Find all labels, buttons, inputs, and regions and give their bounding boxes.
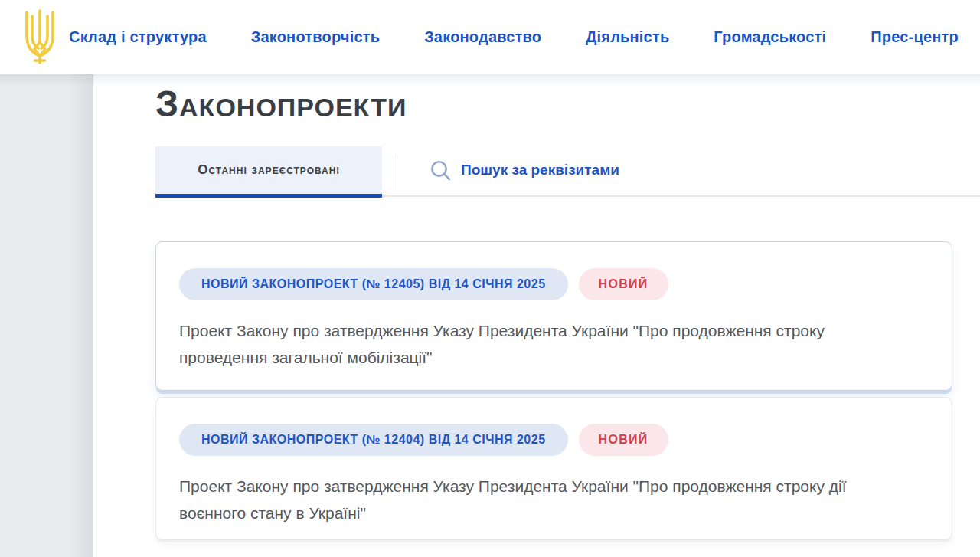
bill-tag-badge: НОВИЙ ЗАКОНОПРОЕКТ (№ 12405) ВІД 14 СІЧН…	[179, 268, 568, 300]
bill-card-12404[interactable]: НОВИЙ ЗАКОНОПРОЕКТ (№ 12404) ВІД 14 СІЧН…	[155, 397, 952, 540]
bill-tag-badge: НОВИЙ ЗАКОНОПРОЕКТ (№ 12404) ВІД 14 СІЧН…	[179, 424, 568, 456]
tab-latest-registered-label: Останні зареєстровані	[198, 162, 340, 178]
left-rail	[0, 74, 93, 557]
bill-title-line: Проект Закону про затвердження Указу Пре…	[179, 317, 929, 344]
bill-title-line: воєнного стану в Україні"	[179, 500, 929, 526]
tab-search-by-details-label: Пошук за реквізитами	[461, 162, 619, 179]
main-menu: Склад і структура Законотворчість Законо…	[69, 0, 959, 74]
page-viewport: Склад і структура Законотворчість Законо…	[0, 0, 980, 557]
tryzub-icon	[21, 8, 58, 67]
bill-title-line: проведення загальної мобілізації"	[179, 344, 929, 371]
nav-zakonodavstvo[interactable]: Законодавство	[424, 28, 541, 46]
tab-divider	[394, 155, 394, 190]
badge-row: НОВИЙ ЗАКОНОПРОЕКТ (№ 12404) ВІД 14 СІЧН…	[179, 424, 929, 456]
bill-status-badge: НОВИЙ	[579, 268, 668, 300]
top-navigation-bar: Склад і структура Законотворчість Законо…	[0, 0, 980, 74]
nav-sklad-i-struktura[interactable]: Склад і структура	[69, 28, 207, 46]
nav-diyalnist[interactable]: Діяльність	[586, 28, 669, 46]
badge-row: НОВИЙ ЗАКОНОПРОЕКТ (№ 12405) ВІД 14 СІЧН…	[179, 268, 929, 300]
search-icon	[430, 160, 451, 181]
bill-list: НОВИЙ ЗАКОНОПРОЕКТ (№ 12405) ВІД 14 СІЧН…	[155, 241, 952, 540]
main-content: Законопроекти Останні зареєстровані Пошу…	[95, 74, 980, 557]
bill-status-badge: НОВИЙ	[579, 424, 668, 456]
tab-search-by-details[interactable]: Пошук за реквізитами	[430, 146, 619, 194]
nav-zakonotvorchist[interactable]: Законотворчість	[251, 28, 381, 46]
bill-card-12405[interactable]: НОВИЙ ЗАКОНОПРОЕКТ (№ 12405) ВІД 14 СІЧН…	[155, 241, 952, 391]
tab-latest-registered[interactable]: Останні зареєстровані	[155, 146, 382, 198]
nav-hromadskosti[interactable]: Громадськості	[714, 28, 826, 46]
rada-logo-link[interactable]	[21, 8, 58, 67]
bill-title: Проект Закону про затвердження Указу Пре…	[179, 317, 929, 371]
bill-title: Проект Закону про затвердження Указу Пре…	[179, 473, 929, 526]
bill-title-line: Проект Закону про затвердження Указу Пре…	[179, 473, 929, 500]
page-title: Законопроекти	[155, 85, 980, 123]
nav-pres-tsentr[interactable]: Прес-центр	[871, 28, 959, 46]
tabs-bar: Останні зареєстровані Пошук за реквізита…	[155, 146, 980, 198]
